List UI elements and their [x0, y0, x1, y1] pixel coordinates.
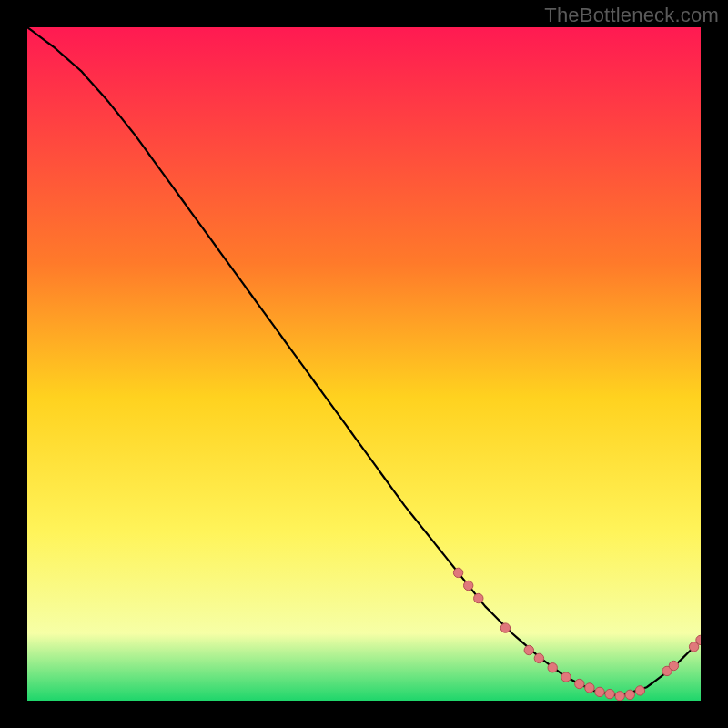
plot-area [27, 27, 701, 701]
data-marker [595, 687, 604, 696]
chart-container: TheBottleneck.com [0, 0, 728, 728]
data-marker [605, 689, 614, 698]
data-marker [548, 663, 557, 672]
data-marker [534, 653, 543, 662]
data-marker [585, 683, 594, 693]
data-marker [575, 679, 584, 688]
data-marker [453, 568, 462, 577]
data-marker [500, 623, 510, 632]
data-marker [561, 672, 571, 682]
data-marker [524, 645, 533, 654]
data-marker [625, 690, 634, 699]
data-marker [669, 661, 678, 670]
data-marker [474, 593, 483, 602]
chart-svg [27, 27, 701, 701]
data-marker [635, 686, 644, 695]
data-marker [464, 581, 473, 590]
watermark-text: TheBottleneck.com [544, 4, 719, 27]
gradient-background [27, 27, 701, 701]
data-marker [615, 692, 624, 701]
